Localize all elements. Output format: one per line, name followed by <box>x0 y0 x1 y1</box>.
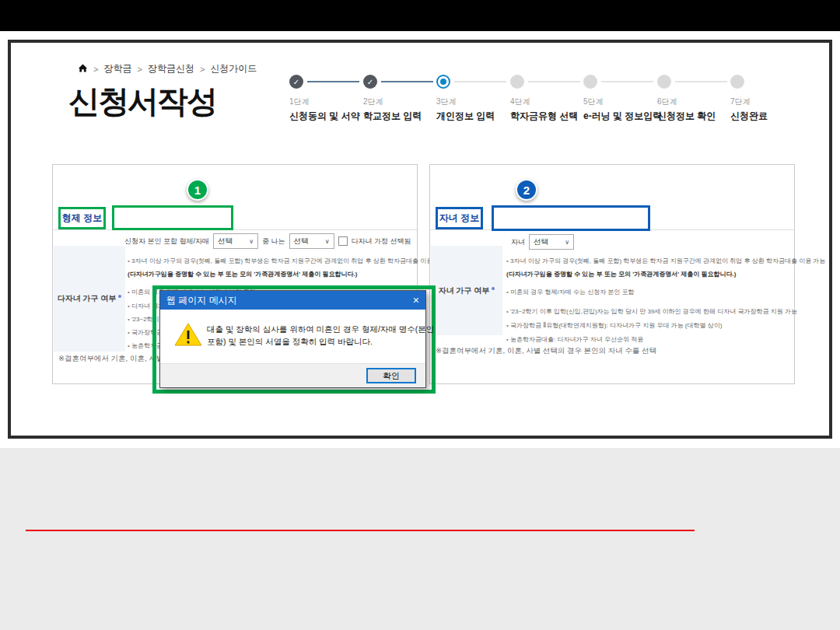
children-info-bullets: 3자녀 이상 가구의 경우(첫째, 둘째 포함) 학부생은 학자금 지원구간에 … <box>506 256 791 345</box>
step-todo-icon <box>510 75 524 89</box>
annotation-rect-1 <box>112 205 233 230</box>
webpage-message-dialog: 웹 페이지 메시지 × 대출 및 장학의 심사를 위하여 미혼인 경우 형제/자… <box>159 290 426 388</box>
children-info-panel: 2 자녀 정보 자녀 선택 ∨ 자녀 가구 여부 3자녀 이상 가구의 경우(첫… <box>429 164 795 384</box>
step-done-check-icon: ✓ <box>289 75 303 89</box>
breadcrumb-separator: > <box>200 65 205 74</box>
step-label: 신청완료 <box>730 110 817 123</box>
confirm-button[interactable]: 확인 <box>366 368 416 383</box>
bottom-gray-area <box>0 448 840 630</box>
top-black-bar <box>0 0 840 31</box>
annotation-badge-1: 1 <box>187 179 208 201</box>
bullet-item: 농촌학자금대출: 다자녀가구 자녀 우선순위 적용 <box>506 334 791 345</box>
children-count-select[interactable]: 선택 ∨ <box>529 234 574 250</box>
dialog-footer: 확인 <box>160 363 425 387</box>
multi-child-row-label: 다자녀 가구 여부 <box>54 246 125 352</box>
progress-stepper: ✓ 1단계 신청동의 및 서약 ✓ 2단계 학교정보 입력 3단계 개인정보 입… <box>289 75 818 129</box>
bullet-item: (다자녀가구임을 증명할 수 있는 부 또는 모의 '가족관계증명서' 제출이 … <box>128 269 414 279</box>
annotation-badge-2: 2 <box>516 179 537 201</box>
bullet-item: 미혼의 경우 형제/자매 수는 신청자 본인 포함 <box>506 287 791 297</box>
step-number: 7단계 <box>730 96 817 107</box>
bullet-item: 3자녀 이상 가구의 경우(첫째, 둘째 포함) 학부생은 학자금 지원구간에 … <box>506 256 791 266</box>
step-todo-icon <box>583 75 597 89</box>
chevron-down-icon: ∨ <box>565 239 569 246</box>
close-icon[interactable]: × <box>413 295 419 306</box>
home-icon[interactable] <box>78 63 88 75</box>
multi-child-checkbox-label: 다자녀 가정 선택됨 <box>352 236 411 247</box>
section-title-sibling: 형제 정보 <box>58 207 106 229</box>
dialog-title-text: 웹 페이지 메시지 <box>166 294 413 307</box>
step-todo-icon <box>657 75 671 89</box>
stepper-step-7: 7단계 신청완료 <box>730 75 817 123</box>
required-dot <box>492 287 495 290</box>
panel-divider <box>53 229 417 230</box>
bullet-item: 국가장학금 Ⅱ유형(대학연계지원형): 다자녀가구 지원 우대 가능 (대학별 … <box>506 320 791 331</box>
dialog-body: 대출 및 장학의 심사를 위하여 미혼인 경우 형제/자매 명수(본인 포함) … <box>160 310 425 363</box>
children-form-row: 자녀 선택 ∨ <box>511 234 574 250</box>
step-todo-icon <box>730 75 744 89</box>
breadcrumb-item-guide[interactable]: 신청가이드 <box>210 62 257 75</box>
sibling-rank-label: 중 나는 <box>262 236 285 247</box>
breadcrumb-separator: > <box>93 65 98 74</box>
multi-child-checkbox[interactable] <box>338 236 348 246</box>
bullet-item: '23~2학기 이후 입학(신입,편입)자는 입학 당시 만 39세 이하인 경… <box>506 306 791 317</box>
section-title-children: 자녀 정보 <box>436 207 483 229</box>
sibling-form-row: 신청자 본인 포함 형제/자매 선택 ∨ 중 나는 선택 ∨ 다자녀 가정 선택… <box>124 233 411 249</box>
bullet-item: (다자녀가구임을 증명할 수 있는 부 또는 모의 '가족관계증명서' 제출이 … <box>506 269 791 279</box>
step-current-icon <box>436 75 450 89</box>
children-count-label: 자녀 <box>511 237 525 247</box>
children-panel-note: ※결혼여부에서 기혼, 이혼, 사별 선택의 경우 본인의 자녀 수를 선택 <box>436 346 656 356</box>
required-dot <box>118 295 121 298</box>
chevron-down-icon: ∨ <box>325 238 330 245</box>
page-title: 신청서작성 <box>68 80 216 123</box>
warning-icon <box>174 322 202 350</box>
breadcrumb: > 장학금 > 장학금신청 > 신청가이드 <box>78 62 257 75</box>
dialog-titlebar[interactable]: 웹 페이지 메시지 × <box>160 291 425 310</box>
breadcrumb-separator: > <box>137 65 142 74</box>
chevron-down-icon: ∨ <box>249 238 254 245</box>
annotation-rect-2 <box>492 205 650 231</box>
red-underline <box>26 530 695 531</box>
dialog-message: 대출 및 장학의 심사를 위하여 미혼인 경우 형제/자매 명수(본인 포함) … <box>207 323 434 348</box>
breadcrumb-item-apply[interactable]: 장학금신청 <box>148 62 194 75</box>
sibling-count-label: 신청자 본인 포함 형제/자매 <box>124 236 209 247</box>
step-done-check-icon: ✓ <box>363 75 377 89</box>
breadcrumb-item-scholarship[interactable]: 장학금 <box>103 62 131 75</box>
children-row-label: 자녀 가구 여부 <box>431 246 502 335</box>
sibling-rank-select[interactable]: 선택 ∨ <box>289 233 334 249</box>
bullet-item: 3자녀 이상 가구의 경우(첫째, 둘째 포함) 학부생은 학자금 지원구간에 … <box>128 256 414 266</box>
sibling-count-select[interactable]: 선택 ∨ <box>213 233 258 249</box>
